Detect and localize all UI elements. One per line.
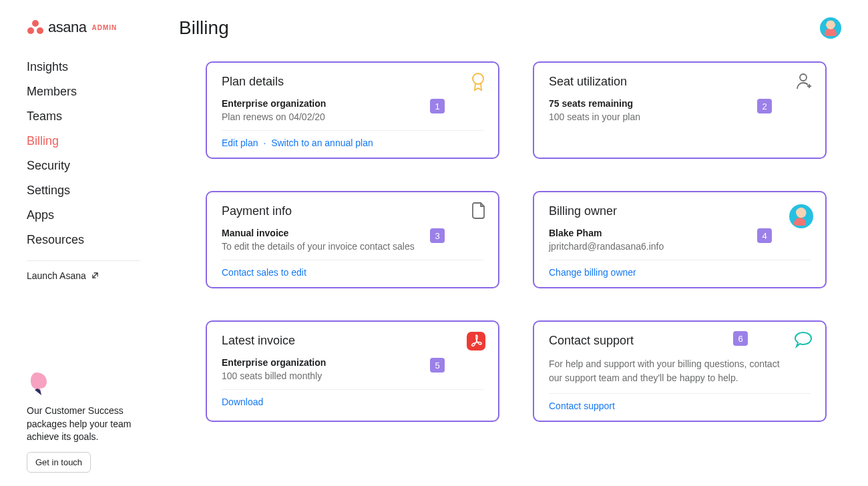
chat-bubble-icon [793, 331, 813, 350]
launch-asana-link[interactable]: Launch Asana [27, 270, 160, 281]
ribbon-icon [470, 72, 486, 94]
billing-cards-grid: 1 Plan details Enterprise organization P… [206, 61, 841, 422]
card-contact-support: 6 Contact support For help and support w… [533, 320, 827, 422]
invoice-title: Latest invoice [222, 334, 483, 348]
seats-total: 100 seats in your plan [549, 111, 811, 122]
nav-insights[interactable]: Insights [27, 59, 160, 75]
user-avatar[interactable] [820, 17, 841, 39]
download-invoice-link[interactable]: Download [222, 397, 263, 407]
seat-util-title: Seat utilization [549, 75, 811, 89]
nav-resources[interactable]: Resources [27, 232, 160, 248]
nav-billing[interactable]: Billing [27, 133, 160, 150]
external-link-icon [91, 270, 99, 281]
billing-owner-avatar [789, 204, 813, 228]
card-latest-invoice: 5 Latest invoice Enterprise organization… [206, 320, 499, 422]
user-add-icon [795, 72, 813, 93]
nav-teams[interactable]: Teams [27, 108, 160, 125]
brand-sub: ADMIN [91, 24, 117, 31]
badge-6: 6 [733, 331, 748, 346]
plan-renew-date: Plan renews on 04/02/20 [222, 111, 483, 122]
footer-promo-text: Our Customer Success packages help your … [27, 405, 140, 444]
page-title: Billing [179, 17, 229, 39]
change-owner-link[interactable]: Change billing owner [549, 267, 636, 278]
badge-4: 4 [757, 228, 772, 243]
nav-members[interactable]: Members [27, 83, 160, 100]
support-title: Contact support [549, 334, 811, 348]
brand-logo: asana ADMIN [27, 19, 160, 36]
sidebar-nav: Insights Members Teams Billing Security … [27, 59, 160, 248]
svg-point-3 [473, 73, 483, 84]
pdf-icon [466, 331, 486, 353]
svg-point-2 [37, 27, 43, 34]
contact-sales-link[interactable]: Contact sales to edit [222, 267, 306, 278]
card-payment-info: 3 Payment info Manual invoice To edit th… [206, 191, 499, 288]
nav-settings[interactable]: Settings [27, 182, 160, 199]
owner-title: Billing owner [549, 204, 811, 218]
card-seat-utilization: 2 Seat utilization 75 seats remaining 10… [533, 61, 827, 159]
sidebar-footer: Our Customer Success packages help your … [27, 367, 160, 473]
svg-point-0 [32, 20, 39, 27]
brand-name: asana [48, 19, 86, 36]
main-content: Billing 1 Plan details Enterprise organi… [160, 0, 868, 486]
get-in-touch-button[interactable]: Get in touch [27, 452, 91, 473]
contact-support-link[interactable]: Contact support [549, 401, 615, 411]
footer-illustration-icon [27, 367, 56, 397]
payment-title: Payment info [222, 204, 483, 218]
edit-plan-link[interactable]: Edit plan [222, 138, 258, 148]
sidebar: asana ADMIN Insights Members Teams Billi… [0, 0, 160, 486]
link-separator: · [263, 138, 266, 148]
document-icon [471, 202, 486, 221]
plan-details-title: Plan details [222, 75, 483, 89]
payment-note: To edit the details of your invoice cont… [222, 241, 483, 252]
switch-annual-link[interactable]: Switch to an annual plan [271, 138, 373, 148]
svg-point-1 [27, 27, 34, 34]
nav-apps[interactable]: Apps [27, 207, 160, 224]
svg-point-4 [800, 74, 807, 81]
badge-3: 3 [430, 228, 445, 243]
card-plan-details: 1 Plan details Enterprise organization P… [206, 61, 499, 159]
badge-2: 2 [757, 99, 772, 113]
page-header: Billing [179, 17, 841, 39]
support-body: For help and support with your billing q… [549, 357, 789, 385]
owner-email: jpritchard@randasana6.info [549, 241, 811, 252]
nav-security[interactable]: Security [27, 158, 160, 174]
card-billing-owner: 4 Billing owner Blake Pham jpritchard@ra… [533, 191, 827, 288]
launch-asana-label: Launch Asana [27, 270, 86, 281]
badge-1: 1 [430, 99, 445, 113]
badge-5: 5 [430, 358, 445, 373]
sidebar-divider [27, 260, 140, 261]
invoice-seats: 100 seats billed monthly [222, 371, 483, 381]
asana-logo-icon [27, 19, 44, 35]
